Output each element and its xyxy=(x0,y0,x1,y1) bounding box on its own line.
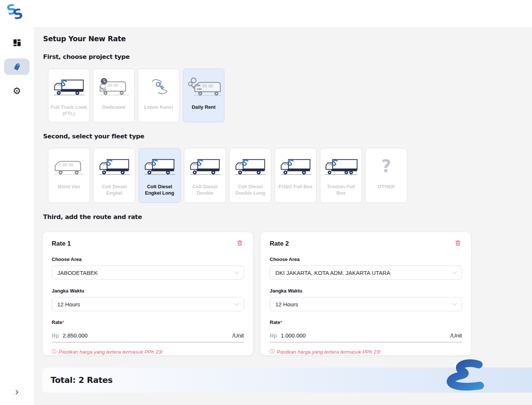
duration-select-value: 12 Hours xyxy=(275,301,298,308)
delete-rate-button[interactable] xyxy=(454,239,462,248)
rate-value: 2.850.000 xyxy=(63,332,88,339)
main-content: Setup Your New Rate First, choose projec… xyxy=(34,27,532,405)
duration-select[interactable]: 12 Hours xyxy=(52,297,244,311)
fleet-card-label: Tronton Full Box xyxy=(320,184,362,196)
blind-van-icon xyxy=(48,148,90,184)
ftl-truck-icon xyxy=(48,69,89,104)
project-card-label: Full Truck Load (FTL) xyxy=(48,104,89,117)
project-card-dedicated[interactable]: Dedicated xyxy=(93,69,134,122)
duration-select-value: 12 Hours xyxy=(57,301,80,308)
box-truck-icon xyxy=(139,148,180,184)
rate-section-heading: Third, add the route and rate xyxy=(43,213,532,220)
choose-area-label: Choose Area xyxy=(52,256,244,262)
rate-row: Rate 1 Choose Area JABODETABEK Jangka Wa… xyxy=(42,232,532,356)
price-tag-icon xyxy=(13,63,21,71)
trash-icon xyxy=(454,240,461,246)
rate-card-title: Rate 2 xyxy=(270,240,289,248)
fleet-card-blind-van[interactable]: Blind Van xyxy=(48,148,90,203)
rate-input[interactable]: Rp 1.000.000 /Unit xyxy=(270,329,462,342)
question-mark-icon: ? xyxy=(366,148,407,184)
daily-rent-12h-text: 12h xyxy=(195,84,200,87)
project-type-heading: First, choose project type xyxy=(43,53,532,60)
sidebar-nav: ⚙ xyxy=(0,34,34,99)
area-select-value: DKI JAKARTA, KOTA ADM. JAKARTA UTARA xyxy=(275,270,390,276)
area-select[interactable]: JABODETABEK xyxy=(52,266,244,280)
fleet-card-colt-diesel-double[interactable]: Colt Diesel Double xyxy=(184,148,226,203)
sidebar-item-rates[interactable] xyxy=(4,58,30,75)
fleet-card-colt-diesel-double-long[interactable]: Colt Diesel Double Long xyxy=(229,148,271,203)
brand-logo[interactable]: S S xyxy=(7,2,30,25)
area-select-value: JABODETABEK xyxy=(57,270,98,276)
rate-card-title: Rate 1 xyxy=(52,240,71,248)
settings-gear-icon: ⚙ xyxy=(13,86,21,96)
dashboard-grid-icon xyxy=(12,38,21,47)
fleet-card-label: Colt Diesel Double Long xyxy=(230,184,271,196)
pph-warning-text: Pastikan harga yang tertera termasuk PPh… xyxy=(59,349,163,355)
pph-warning: ⓘ Pastikan harga yang tertera termasuk P… xyxy=(270,348,462,355)
currency-prefix: Rp xyxy=(270,332,277,339)
project-card-ftl[interactable]: Full Truck Load (FTL) xyxy=(48,69,90,122)
fleet-card-label: Colt Diesel Double xyxy=(184,184,226,196)
required-asterisk: * xyxy=(280,320,282,325)
pph-warning-text: Pastikan harga yang tertera termasuk PPh… xyxy=(277,349,381,355)
project-card-label: Dedicated xyxy=(100,104,127,111)
pph-warning: ⓘ Pastikan harga yang tertera termasuk P… xyxy=(52,348,244,355)
sidebar-item-dashboard[interactable] xyxy=(4,34,30,51)
van-key-icon: 12h 24h xyxy=(183,69,224,104)
fleet-card-colt-diesel-engkel-long[interactable]: Colt Diesel Engkel Long xyxy=(139,148,181,203)
sidebar-item-settings[interactable]: ⚙ xyxy=(4,82,30,99)
chevron-down-icon xyxy=(452,269,457,274)
project-card-label: Lepas Kunci xyxy=(142,104,175,111)
duration-select[interactable]: 12 Hours xyxy=(270,297,462,311)
chevron-down-icon xyxy=(234,269,239,274)
fleet-card-label: FUSO Full Box xyxy=(277,184,315,190)
chevron-right-icon: › xyxy=(15,386,18,397)
currency-prefix: Rp xyxy=(52,332,59,339)
chevron-down-icon xyxy=(452,301,457,306)
choose-area-label: Choose Area xyxy=(270,256,462,262)
fleet-card-colt-diesel-engkel[interactable]: Colt Diesel Engkel xyxy=(93,148,135,203)
rate-label: Rate* xyxy=(52,320,244,325)
logo-s-dark: S xyxy=(12,6,24,22)
area-select[interactable]: DKI JAKARTA, KOTA ADM. JAKARTA UTARA xyxy=(270,266,462,280)
rate-label: Rate* xyxy=(270,320,462,325)
fleet-card-tronton-full-box[interactable]: Tronton Full Box xyxy=(320,148,362,203)
brand-swoosh-graphic xyxy=(434,360,490,392)
rate-input[interactable]: Rp 2.850.000 /Unit xyxy=(52,329,244,342)
project-card-label: Daily Rent xyxy=(190,104,218,111)
rate-card-2: Rate 2 Choose Area DKI JAKARTA, KOTA ADM… xyxy=(260,232,471,356)
project-card-daily-rent[interactable]: 12h 24h Daily Rent xyxy=(183,69,224,122)
rate-card-1: Rate 1 Choose Area JABODETABEK Jangka Wa… xyxy=(42,232,253,356)
box-truck-icon xyxy=(94,148,135,184)
fleet-card-label: Blind Van xyxy=(56,184,82,190)
project-type-row: Full Truck Load (FTL) Dedicated xyxy=(48,69,532,122)
rate-value: 1.000.000 xyxy=(281,332,306,339)
top-header xyxy=(0,0,532,27)
total-bar: Total: 2 Rates xyxy=(42,368,532,393)
dedicated-van-clock-icon xyxy=(93,69,134,104)
chevron-down-icon xyxy=(234,301,239,306)
fleet-card-fuso-full-box[interactable]: FUSO Full Box xyxy=(275,148,317,203)
required-asterisk: * xyxy=(62,320,64,325)
fleet-card-label: Colt Diesel Engkel Long xyxy=(139,184,180,196)
page-title: Setup Your New Rate xyxy=(43,34,532,43)
jangka-waktu-label: Jangka Waktu xyxy=(52,288,244,294)
unit-suffix: /Unit xyxy=(232,332,244,339)
tronton-truck-icon xyxy=(320,148,362,184)
box-truck-icon xyxy=(230,148,271,184)
box-truck-icon xyxy=(184,148,226,184)
daily-rent-24h-text: 24h xyxy=(196,87,202,91)
info-icon: ⓘ xyxy=(52,348,57,355)
total-rates-label: Total: 2 Rates xyxy=(51,375,113,385)
sidebar: S S ⚙ › xyxy=(0,0,34,405)
fleet-card-other[interactable]: ? OTHER xyxy=(365,148,407,203)
fleet-card-label: OTHER xyxy=(376,184,397,190)
project-card-lepas-kunci[interactable]: Lepas Kunci xyxy=(138,69,179,122)
fleet-card-label: Colt Diesel Engkel xyxy=(94,184,135,196)
fleet-type-row: Blind Van Colt Diesel Engkel Colt Diesel… xyxy=(48,148,532,203)
sidebar-collapse-button[interactable]: › xyxy=(0,386,34,397)
trash-icon xyxy=(236,240,243,246)
hand-key-icon xyxy=(138,69,179,104)
box-truck-icon xyxy=(275,148,316,184)
delete-rate-button[interactable] xyxy=(236,239,244,248)
